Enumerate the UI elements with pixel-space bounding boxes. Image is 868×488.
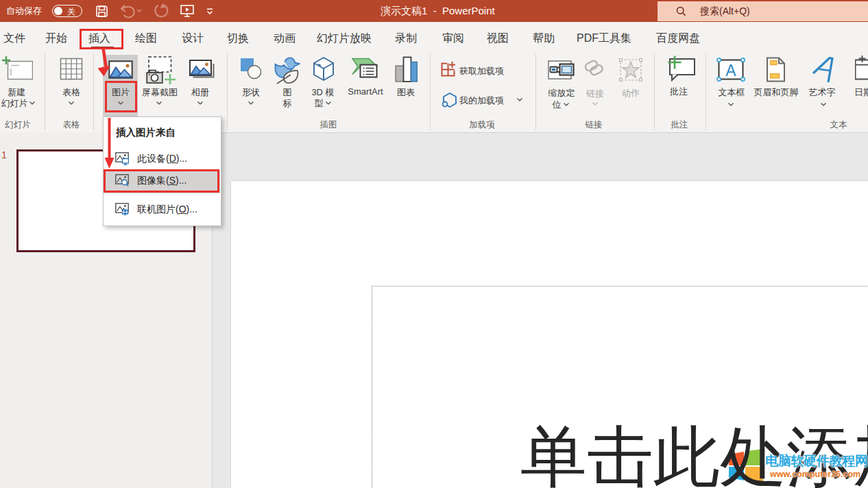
svg-text:A: A (725, 62, 736, 80)
